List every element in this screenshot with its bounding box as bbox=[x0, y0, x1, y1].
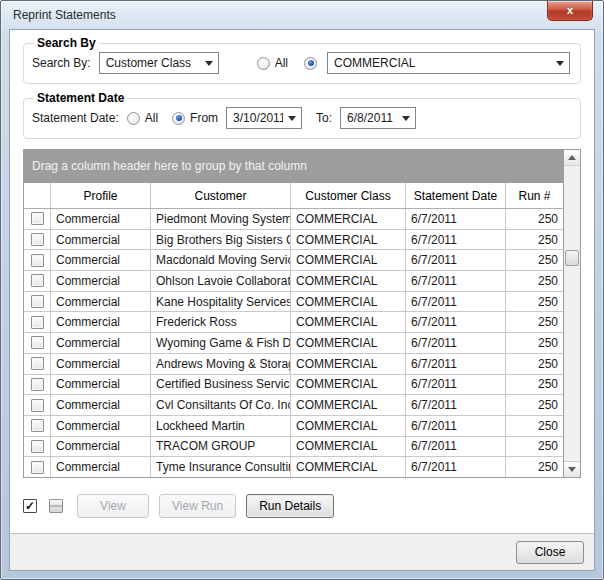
scroll-up-icon[interactable] bbox=[564, 150, 580, 166]
table-row: CommercialBig Brothers Big Sisters Of Co… bbox=[24, 230, 563, 251]
search-by-selector-combo[interactable]: Customer Class bbox=[99, 52, 219, 74]
row-select-cell[interactable] bbox=[24, 375, 51, 395]
statement-date-label: Statement Date: bbox=[32, 111, 119, 125]
table-row: CommercialLockheed MartinCOMMERCIAL6/7/2… bbox=[24, 416, 563, 437]
view-button[interactable]: View bbox=[77, 494, 149, 518]
date-from-radio[interactable]: From bbox=[172, 111, 218, 125]
row-select-cell[interactable] bbox=[24, 230, 51, 250]
cell-statement-date: 6/7/2011 bbox=[406, 271, 506, 291]
cell-run: 250 bbox=[506, 437, 563, 457]
header-run[interactable]: Run # bbox=[506, 183, 563, 208]
header-statement-date[interactable]: Statement Date bbox=[406, 183, 506, 208]
radio-selected-icon[interactable] bbox=[304, 57, 317, 70]
date-all-radio[interactable]: All bbox=[127, 111, 158, 125]
cell-customer-class: COMMERCIAL bbox=[291, 292, 406, 312]
radio-selected-icon[interactable] bbox=[172, 112, 185, 125]
checkbox-icon[interactable] bbox=[31, 316, 44, 329]
search-all-label: All bbox=[275, 56, 288, 70]
row-select-cell[interactable] bbox=[24, 209, 51, 229]
checkbox-icon[interactable] bbox=[31, 378, 44, 391]
checkbox-icon[interactable] bbox=[31, 274, 44, 287]
cell-run: 250 bbox=[506, 271, 563, 291]
cell-statement-date: 6/7/2011 bbox=[406, 333, 506, 353]
cell-customer: Lockheed Martin bbox=[151, 416, 291, 436]
radio-icon[interactable] bbox=[127, 112, 140, 125]
cell-profile: Commercial bbox=[51, 375, 151, 395]
view-run-button[interactable]: View Run bbox=[159, 494, 236, 518]
close-icon[interactable]: x bbox=[547, 1, 593, 21]
chevron-down-icon[interactable] bbox=[200, 61, 218, 66]
search-value-combo[interactable]: COMMERCIAL bbox=[327, 52, 570, 74]
row-select-cell[interactable] bbox=[24, 292, 51, 312]
checkbox-icon[interactable] bbox=[31, 233, 44, 246]
row-select-cell[interactable] bbox=[24, 250, 51, 270]
cell-profile: Commercial bbox=[51, 333, 151, 353]
from-date-combo[interactable]: 3/10/2011 bbox=[226, 107, 302, 129]
search-by-label: Search By: bbox=[32, 56, 91, 70]
row-select-cell[interactable] bbox=[24, 271, 51, 291]
to-date-combo[interactable]: 6/8/2011 bbox=[340, 107, 416, 129]
row-select-cell[interactable] bbox=[24, 395, 51, 415]
header-customer-class[interactable]: Customer Class bbox=[291, 183, 406, 208]
checkbox-icon[interactable] bbox=[31, 295, 44, 308]
checkbox-icon[interactable] bbox=[31, 461, 44, 474]
vertical-scrollbar[interactable] bbox=[563, 150, 580, 477]
cell-customer: Cvl Consiltants Of Co. Inc. bbox=[151, 395, 291, 415]
row-select-cell[interactable] bbox=[24, 354, 51, 374]
cell-customer: Ohlson Lavoie Collaborative bbox=[151, 271, 291, 291]
run-details-button[interactable]: Run Details bbox=[246, 494, 334, 518]
row-select-cell[interactable] bbox=[24, 437, 51, 457]
search-all-radio[interactable]: All bbox=[257, 56, 288, 70]
row-select-cell[interactable] bbox=[24, 333, 51, 353]
cell-run: 250 bbox=[506, 250, 563, 270]
cell-statement-date: 6/7/2011 bbox=[406, 230, 506, 250]
radio-icon[interactable] bbox=[257, 57, 270, 70]
date-from-label: From bbox=[190, 111, 218, 125]
cell-statement-date: 6/7/2011 bbox=[406, 457, 506, 477]
checkbox-icon[interactable] bbox=[31, 254, 44, 267]
dialog-content: Search By Search By: Customer Class All bbox=[9, 29, 595, 571]
row-select-cell[interactable] bbox=[24, 312, 51, 332]
row-select-cell[interactable] bbox=[24, 457, 51, 477]
header-customer[interactable]: Customer bbox=[151, 183, 291, 208]
cell-run: 250 bbox=[506, 416, 563, 436]
cell-customer: Andrews Moving & Storage bbox=[151, 354, 291, 374]
table-row: CommercialAndrews Moving & StorageCOMMER… bbox=[24, 354, 563, 375]
title-bar[interactable]: Reprint Statements x bbox=[1, 1, 603, 29]
close-button[interactable]: Close bbox=[516, 541, 584, 564]
cell-customer-class: COMMERCIAL bbox=[291, 230, 406, 250]
checkbox-icon[interactable] bbox=[31, 399, 44, 412]
deselect-all-checkbox[interactable] bbox=[49, 499, 63, 513]
cell-profile: Commercial bbox=[51, 354, 151, 374]
cell-customer: Big Brothers Big Sisters Of Co bbox=[151, 230, 291, 250]
table-row: CommercialTRACOM GROUPCOMMERCIAL6/7/2011… bbox=[24, 437, 563, 458]
main-panel: Search By Search By: Customer Class All bbox=[10, 30, 594, 533]
scrollbar-thumb[interactable] bbox=[565, 250, 579, 266]
chevron-down-icon[interactable] bbox=[551, 61, 569, 66]
cell-customer: Piedmont Moving Systems bbox=[151, 209, 291, 229]
footer-strip: Close bbox=[10, 533, 594, 570]
cell-statement-date: 6/7/2011 bbox=[406, 312, 506, 332]
select-all-checkbox[interactable]: ✓ bbox=[23, 499, 37, 513]
chevron-down-icon[interactable] bbox=[283, 116, 301, 121]
cell-customer-class: COMMERCIAL bbox=[291, 271, 406, 291]
header-profile[interactable]: Profile bbox=[51, 183, 151, 208]
chevron-down-icon[interactable] bbox=[397, 116, 415, 121]
search-specific-radio[interactable] bbox=[304, 57, 317, 70]
statement-date-group: Statement Date Statement Date: All From bbox=[23, 91, 581, 139]
cell-customer: TRACOM GROUP bbox=[151, 437, 291, 457]
checkbox-icon[interactable] bbox=[31, 357, 44, 370]
cell-customer-class: COMMERCIAL bbox=[291, 375, 406, 395]
checkbox-icon[interactable] bbox=[31, 336, 44, 349]
cell-customer-class: COMMERCIAL bbox=[291, 312, 406, 332]
checkbox-icon[interactable] bbox=[31, 419, 44, 432]
scroll-down-icon[interactable] bbox=[564, 461, 580, 477]
table-row: CommercialMacdonald Moving ServicesCOMME… bbox=[24, 250, 563, 271]
cell-customer: Wyoming Game & Fish Departm bbox=[151, 333, 291, 353]
checkbox-icon[interactable] bbox=[31, 212, 44, 225]
statement-date-row: Statement Date: All From 3/10/2011 bbox=[32, 106, 572, 130]
checkbox-icon[interactable] bbox=[31, 440, 44, 453]
group-by-bar[interactable]: Drag a column header here to group by th… bbox=[24, 150, 563, 183]
cell-run: 250 bbox=[506, 354, 563, 374]
row-select-cell[interactable] bbox=[24, 416, 51, 436]
